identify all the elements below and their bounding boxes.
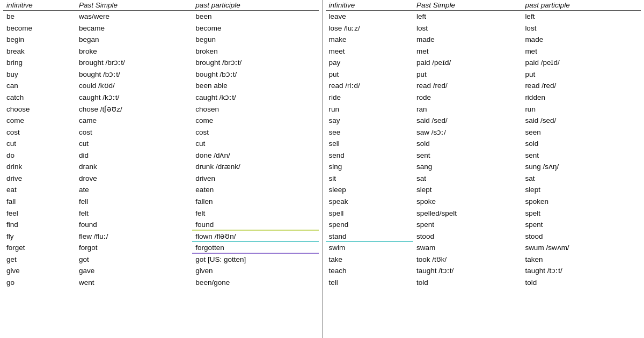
table-row: putputput (326, 69, 641, 80)
past-simple-cell: ran (413, 104, 522, 115)
past-participle-cell: given (192, 265, 318, 277)
past-simple-cell: chose /tʃəʊz/ (76, 104, 192, 115)
table-row: singsangsung /sʌŋ/ (326, 161, 641, 173)
infinitive-cell: become (3, 23, 76, 34)
past-simple-cell: sang (413, 161, 522, 173)
past-simple-cell: ate (76, 184, 192, 196)
past-participle-cell: said /sed/ (522, 115, 641, 127)
past-participle-cell: stood (522, 231, 641, 243)
past-participle-cell: left (522, 11, 641, 23)
infinitive-cell: drink (3, 161, 76, 173)
table-row: choosechose /tʃəʊz/chosen (3, 104, 319, 115)
infinitive-cell: read /riːd/ (326, 80, 413, 92)
past-participle-cell: sung /sʌŋ/ (522, 161, 641, 173)
past-simple-cell: took /tʊk/ (413, 254, 522, 266)
infinitive-cell: sleep (326, 184, 413, 196)
table-row: dodiddone /dʌn/ (3, 150, 319, 161)
table-row: sitsatsat (326, 173, 641, 185)
table-row: feelfeltfelt (3, 208, 319, 219)
table-row: becomebecamebecome (3, 23, 319, 34)
past-participle-cell: lost (522, 23, 641, 34)
left-col2-header: Past Simple (76, 0, 192, 11)
past-simple-cell: told (413, 277, 522, 289)
table-row: gowentbeen/gone (3, 277, 319, 289)
infinitive-cell: give (3, 265, 76, 277)
infinitive-cell: come (3, 115, 76, 127)
past-participle-cell: put (522, 69, 641, 80)
infinitive-cell: leave (326, 11, 413, 23)
left-col3-header: past participle (192, 0, 318, 11)
past-participle-cell: sent (522, 150, 641, 161)
past-simple-cell: did (76, 150, 192, 161)
table-row: makemademade (326, 34, 641, 46)
past-simple-cell: caught /kɔːt/ (76, 92, 192, 104)
past-simple-cell: put (413, 69, 522, 80)
infinitive-cell: spend (326, 219, 413, 231)
past-participle-cell: bought /bɔːt/ (192, 69, 318, 80)
table-row: runranrun (326, 104, 641, 115)
infinitive-cell: speak (326, 196, 413, 208)
right-col1-header: infinitive (326, 0, 413, 11)
table-row: sellsoldsold (326, 138, 641, 150)
past-simple-cell: made (413, 34, 522, 46)
infinitive-cell: fly (3, 231, 76, 243)
infinitive-cell: choose (3, 104, 76, 115)
past-participle-cell: brought /brɔːt/ (192, 57, 318, 69)
past-participle-cell: met (522, 46, 641, 57)
right-table: infinitive Past Simple past participle l… (326, 0, 641, 289)
past-participle-cell: drunk /drænk/ (192, 161, 318, 173)
past-simple-cell: went (76, 277, 192, 289)
infinitive-cell: can (3, 80, 76, 92)
past-simple-cell: drove (76, 173, 192, 185)
past-simple-cell: spelled/spelt (413, 208, 522, 219)
past-participle-cell: broken (192, 46, 318, 57)
table-row: givegavegiven (3, 265, 319, 277)
past-participle-cell: been (192, 11, 318, 23)
infinitive-cell: spell (326, 208, 413, 219)
past-simple-cell: said /sed/ (413, 115, 522, 127)
infinitive-cell: send (326, 150, 413, 161)
infinitive-cell: see (326, 127, 413, 138)
right-header-row: infinitive Past Simple past participle (326, 0, 641, 11)
past-participle-cell: taken (522, 254, 641, 266)
past-simple-cell: gave (76, 265, 192, 277)
table-row: paypaid /peɪd/paid /peɪd/ (326, 57, 641, 69)
past-participle-cell: been/gone (192, 277, 318, 289)
table-row: speakspokespoken (326, 196, 641, 208)
left-table: infinitive Past Simple past participle b… (3, 0, 319, 289)
past-participle-cell: cut (192, 138, 318, 150)
table-row: eatateeaten (3, 184, 319, 196)
past-participle-cell: spelt (522, 208, 641, 219)
table-row: seesaw /sɔː/seen (326, 127, 641, 138)
past-participle-cell: found (192, 219, 318, 231)
table-row: sendsentsent (326, 150, 641, 161)
infinitive-cell: pay (326, 57, 413, 69)
table-row: taketook /tʊk/taken (326, 254, 641, 266)
infinitive-cell: lose /luːz/ (326, 23, 413, 34)
past-simple-cell: sold (413, 138, 522, 150)
table-row: comecamecome (3, 115, 319, 127)
past-simple-cell: stood (413, 231, 522, 243)
infinitive-cell: break (3, 46, 76, 57)
past-participle-cell: got [US: gotten] (192, 254, 318, 266)
past-participle-cell: fallen (192, 196, 318, 208)
past-simple-cell: cut (76, 138, 192, 150)
table-row: fallfellfallen (3, 196, 319, 208)
infinitive-cell: meet (326, 46, 413, 57)
past-participle-cell: sat (522, 173, 641, 185)
past-participle-cell: spoken (522, 196, 641, 208)
past-simple-cell: was/were (76, 11, 192, 23)
table-row: drivedrovedriven (3, 173, 319, 185)
infinitive-cell: make (326, 34, 413, 46)
infinitive-cell: sell (326, 138, 413, 150)
table-row: cutcutcut (3, 138, 319, 150)
past-simple-cell: spoke (413, 196, 522, 208)
right-col2-header: Past Simple (413, 0, 522, 11)
table-row: flyflew /fluː/flown /fləʊn/ (3, 231, 319, 243)
table-row: bewas/werebeen (3, 11, 319, 23)
table-row: breakbrokebroken (3, 46, 319, 57)
table-row: leaveleftleft (326, 11, 641, 23)
past-participle-cell: felt (192, 208, 318, 219)
infinitive-cell: take (326, 254, 413, 266)
infinitive-cell: sing (326, 161, 413, 173)
